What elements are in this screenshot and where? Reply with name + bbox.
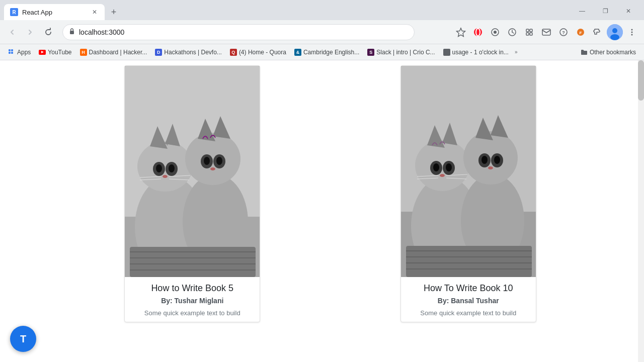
svg-point-62: [415, 140, 469, 191]
forward-button[interactable]: [22, 24, 38, 40]
svg-point-75: [481, 156, 488, 164]
slack-bookmark-label: Slack | intro | Crio C...: [376, 49, 435, 56]
book-card-2-author-prefix: By:: [438, 297, 451, 305]
tasty-button-label: T: [20, 333, 26, 345]
avatar-icon: [607, 24, 623, 40]
svg-point-19: [612, 28, 617, 33]
hackathons-favicon: D: [155, 49, 162, 56]
bookmark-hackathons[interactable]: D Hackathons | Devfo...: [151, 47, 226, 58]
tasty-button[interactable]: T: [10, 326, 36, 352]
svg-point-77: [488, 166, 493, 169]
svg-point-71: [446, 163, 452, 171]
svg-point-41: [156, 164, 162, 172]
opera-icon: [473, 28, 482, 37]
dashboard-bookmark-label: Dashboard | Hacker...: [89, 49, 147, 56]
fox-button[interactable]: F: [573, 24, 589, 40]
nav-actions: ? F: [453, 24, 640, 40]
opera-button[interactable]: [470, 24, 486, 40]
puzzle-piece-icon: [593, 28, 602, 37]
right-gutter: [606, 60, 644, 362]
minimize-button[interactable]: —: [571, 4, 594, 18]
browser-window: R React App ✕ + — ❐ ✕: [0, 0, 644, 362]
address-bar[interactable]: localhost:3000: [62, 24, 415, 40]
svg-rect-10: [530, 29, 532, 32]
book-card-1-image: [125, 66, 260, 277]
svg-point-23: [631, 34, 633, 35]
extensions-button[interactable]: [590, 24, 606, 40]
svg-point-22: [631, 31, 633, 33]
bookmark-slack[interactable]: S Slack | intro | Crio C...: [363, 47, 439, 58]
bookmark-quora[interactable]: Q (4) Home - Quora: [226, 47, 290, 58]
tab-close-button[interactable]: ✕: [91, 8, 99, 16]
tab-favicon: R: [10, 8, 18, 16]
book-card-1[interactable]: How to Write Book 5 By: Tushar Miglani S…: [124, 65, 260, 322]
bookmark-youtube[interactable]: YouTube: [35, 47, 75, 58]
lock-icon: [69, 28, 75, 36]
back-button[interactable]: [4, 24, 20, 40]
book-card-2-author-name: Bansal Tushar: [451, 297, 499, 305]
puzzle-icon: [525, 28, 534, 37]
cambridge-bookmark-label: Cambridge English...: [303, 49, 359, 56]
dashboard-favicon: H: [80, 49, 87, 56]
navigation-bar: localhost:3000: [0, 20, 644, 44]
bookmark-star-button[interactable]: [453, 24, 469, 40]
circle-icon: [491, 28, 500, 37]
extension-button-3[interactable]: [521, 24, 537, 40]
youtube-favicon: [39, 50, 46, 55]
scrollbar-thumb[interactable]: [638, 60, 644, 101]
bookmark-apps[interactable]: Apps: [4, 47, 35, 58]
address-text: localhost:3000: [79, 28, 408, 36]
bookmark-usage[interactable]: usage - 1 o'clock in...: [439, 47, 513, 58]
browser-tab[interactable]: R React App ✕: [4, 4, 105, 20]
refresh-button[interactable]: [40, 24, 56, 40]
more-menu-button[interactable]: [624, 24, 640, 40]
extension-button-1[interactable]: [487, 24, 503, 40]
left-gutter: [0, 60, 54, 362]
gmail-button[interactable]: [538, 24, 554, 40]
book-card-1-description: Some quick example text to build: [133, 309, 252, 318]
book-card-2-image: [401, 66, 536, 277]
bookmark-dashboard[interactable]: H Dashboard | Hacker...: [76, 47, 151, 58]
svg-rect-27: [11, 52, 13, 54]
svg-rect-25: [11, 49, 13, 51]
tab-title: React App: [22, 9, 87, 16]
svg-rect-9: [526, 29, 529, 32]
bookmark-cambridge[interactable]: & Cambridge English...: [290, 47, 363, 58]
svg-rect-11: [526, 33, 529, 35]
folder-icon: [581, 49, 588, 56]
clock-icon: [508, 28, 517, 37]
help-button[interactable]: ?: [555, 24, 572, 40]
other-bookmarks-button[interactable]: Other bookmarks: [577, 47, 640, 58]
book-card-2-body: How To Write Book 10 By: Bansal Tushar S…: [401, 277, 536, 322]
extension-button-2[interactable]: [504, 24, 520, 40]
svg-point-70: [433, 163, 439, 171]
svg-rect-13: [542, 29, 550, 35]
book-card-2[interactable]: How To Write Book 10 By: Bansal Tushar S…: [400, 65, 536, 322]
other-bookmarks-label: Other bookmarks: [590, 49, 636, 56]
star-icon: [456, 27, 466, 37]
more-bookmarks-button[interactable]: »: [513, 47, 520, 57]
book-card-1-author-prefix: By:: [161, 297, 174, 305]
svg-rect-0: [70, 31, 74, 34]
restore-button[interactable]: ❐: [594, 4, 617, 18]
close-button[interactable]: ✕: [617, 4, 640, 18]
svg-point-72: [440, 174, 445, 177]
hackathons-bookmark-label: Hackathons | Devfo...: [164, 49, 222, 56]
svg-marker-28: [41, 51, 44, 53]
scrollbar[interactable]: [638, 60, 644, 362]
gmail-icon: [542, 29, 551, 36]
svg-marker-1: [457, 28, 465, 37]
window-controls: — ❐ ✕: [571, 4, 640, 18]
youtube-bookmark-label: YouTube: [48, 49, 71, 56]
new-tab-button[interactable]: +: [107, 5, 121, 19]
svg-rect-12: [530, 33, 532, 35]
svg-line-8: [512, 32, 514, 33]
svg-text:?: ?: [562, 30, 565, 35]
svg-point-42: [169, 164, 175, 172]
svg-point-21: [631, 29, 633, 30]
profile-avatar[interactable]: [607, 24, 623, 40]
title-bar: R React App ✕ + — ❐ ✕: [0, 0, 644, 20]
cat-image-2: [401, 66, 536, 277]
svg-point-43: [163, 175, 168, 178]
svg-point-48: [210, 167, 215, 170]
